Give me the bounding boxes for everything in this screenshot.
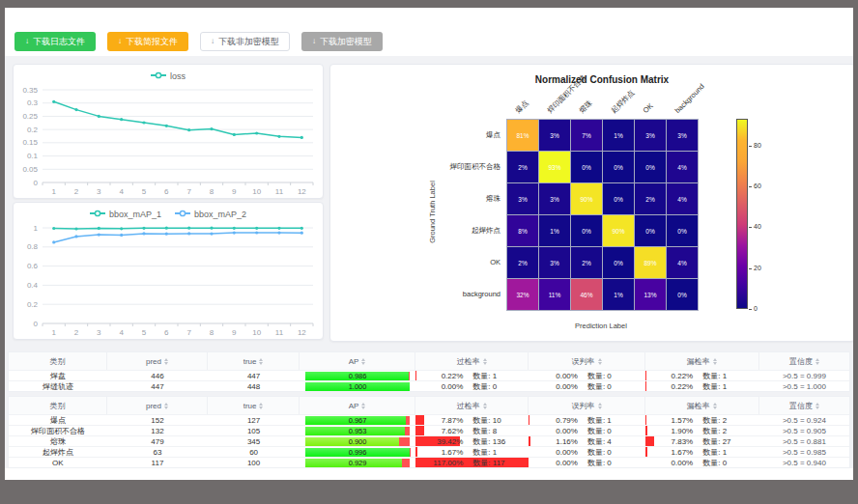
column-header-true[interactable]: true [208,352,300,370]
sort-icon[interactable] [259,358,263,365]
matrix-cell: 0% [667,279,698,310]
ap-bar: 0.986 [305,372,410,380]
sort-icon[interactable] [164,403,168,409]
misjudge-rate-cell: 0.00%数量: 0 [529,458,644,467]
pred-count-cell: 152 [107,415,208,425]
column-header-AP[interactable]: AP [300,352,415,370]
sort-icon[interactable] [164,358,168,365]
svg-text:5: 5 [142,328,147,337]
download-button-1[interactable]: ↓下载日志文件 [14,32,96,51]
ap-bar: 0.967 [305,416,410,425]
matrix-cell: 3% [507,183,538,214]
column-header-过检率[interactable]: 过检率 [415,352,529,370]
matrix-cell: 4% [667,152,698,182]
svg-text:10: 10 [252,187,261,196]
legend-item-loss[interactable]: loss [151,71,186,81]
column-header-漏检率[interactable]: 漏检率 [645,352,759,370]
rate-count: 数量: 1 [693,447,759,457]
matrix-cell: 0% [603,247,634,278]
sort-icon[interactable] [483,403,487,409]
class-name-cell: 熔珠 [9,436,107,446]
matrix-cell: 46% [571,279,602,310]
rate-count: 数量: 136 [463,436,529,446]
matrix-row-label: OK [400,258,500,266]
ap-value: 0.900 [305,437,410,446]
sort-icon[interactable] [815,358,819,365]
column-header-AP[interactable]: AP [300,397,415,414]
over-detect-rate-cell: 7.62%数量: 8 [415,426,529,435]
sort-icon[interactable] [713,358,717,365]
column-header-pred[interactable]: pred [107,352,208,370]
matrix-col-label: OK [642,102,654,115]
svg-text:6: 6 [164,187,169,196]
colorbar-tick-label: 40 [754,223,761,230]
class-name-cell: 爆点 [9,415,107,425]
column-header-true[interactable]: true [208,397,300,414]
rate-percent: 0.00% [529,427,577,435]
header-label: 漏检率 [687,356,710,367]
button-label: 下载日志文件 [33,36,85,48]
matrix-cell: 4% [667,183,698,214]
download-button-2[interactable]: ↓下载简报文件 [107,32,188,51]
true-count-cell: 448 [208,381,300,391]
legend-label: loss [170,71,186,81]
ap-bar: 0.953 [305,427,410,435]
download-button-4[interactable]: ↓下载加密模型 [301,32,383,51]
matrix-cell: 11% [539,279,570,310]
column-header-误判率[interactable]: 误判率 [529,397,644,414]
sort-caret-up [483,403,487,406]
column-header-pred[interactable]: pred [107,397,208,414]
column-header-误判率[interactable]: 误判率 [529,352,644,370]
svg-text:12: 12 [298,187,306,196]
class-name-cell: 焊盘 [9,371,107,380]
miss-rate-cell: 7.83%数量: 27 [645,436,759,446]
matrix-cell: 81% [507,120,538,151]
column-header-过检率[interactable]: 过检率 [415,397,529,414]
header-label: 置信度 [789,401,813,411]
header-label: 过检率 [457,401,480,411]
ap-value: 0.967 [305,416,410,425]
colorbar-tick [749,227,752,228]
legend-item-bbox_mAP_1[interactable]: bbox_mAP_1 [90,210,161,219]
matrix-row-label: background [400,290,500,298]
sort-icon[interactable] [361,403,365,409]
legend-marker-icon [90,210,105,219]
sort-icon[interactable] [483,358,487,365]
column-header-置信度[interactable]: 置信度 [759,397,849,414]
matrix-cell: 4% [667,247,698,278]
table-header-row: 类别predtrueAP过检率误判率漏检率置信度 [9,352,849,370]
download-icon: ↓ [312,38,316,45]
ap-bar: 1.000 [305,382,410,391]
sort-icon[interactable] [259,403,263,409]
matrix-cell: 8% [507,215,538,246]
svg-text:5: 5 [142,187,147,196]
sort-icon[interactable] [713,403,717,409]
svg-text:1: 1 [51,328,56,337]
ap-bar: 0.929 [305,459,410,467]
svg-text:7: 7 [186,328,191,337]
misjudge-rate-cell: 1.16%数量: 4 [529,436,644,446]
column-header-漏检率[interactable]: 漏检率 [645,397,759,414]
matrix-row-label: 爆点 [400,130,500,140]
legend-item-bbox_mAP_2[interactable]: bbox_mAP_2 [175,210,246,219]
rate-count: 数量: 1 [693,371,759,380]
rate-count: 数量: 4 [578,436,645,446]
sort-caret-up [713,358,717,361]
sort-icon[interactable] [598,403,602,409]
download-button-3[interactable]: ↓下载非加密模型 [200,32,290,51]
svg-text:4: 4 [119,187,124,196]
column-header-置信度[interactable]: 置信度 [759,352,849,370]
true-count-cell: 105 [208,426,300,435]
sort-caret-down [598,362,602,365]
matrix-row-label: 起焊炸点 [400,226,500,236]
sort-icon[interactable] [361,358,365,365]
matrix-cell: 0% [603,152,634,182]
column-header-class: 类别 [9,352,107,370]
pred-count-cell: 446 [107,371,208,380]
sort-icon[interactable] [815,403,819,409]
sort-icon[interactable] [598,358,602,365]
button-label: 下载简报文件 [126,36,178,48]
header-label: AP [349,402,359,410]
miss-rate-cell: 0.22%数量: 1 [645,381,759,391]
colorbar-tick [749,268,752,269]
